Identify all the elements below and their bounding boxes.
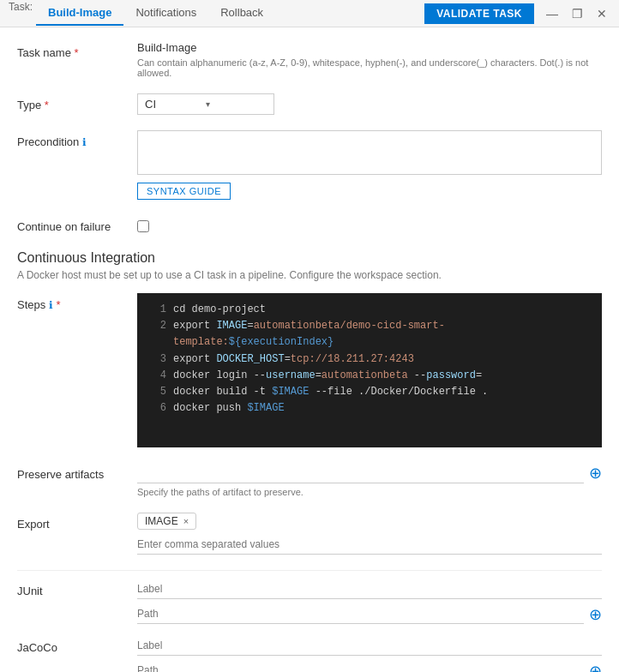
header: Task: Build-Image Notifications Rollback… bbox=[0, 0, 619, 27]
window-controls: — ❐ ✕ bbox=[543, 5, 610, 22]
code-line-2: 2 export IMAGE=automationbeta/demo-cicd-… bbox=[146, 318, 593, 351]
continue-on-failure-row: Continue on failure bbox=[17, 215, 602, 235]
precondition-info-icon[interactable]: ℹ bbox=[82, 136, 87, 148]
code-line-6: 6 docker push $IMAGE bbox=[146, 400, 593, 417]
task-name-value: Build-Image bbox=[137, 41, 602, 54]
preserve-artifacts-add-icon[interactable]: ⊕ bbox=[589, 464, 602, 483]
junit-label-input[interactable] bbox=[137, 579, 602, 599]
code-line-1: 1 cd demo-project bbox=[146, 302, 593, 318]
continue-on-failure-checkbox[interactable] bbox=[137, 220, 149, 232]
type-select-value: CI bbox=[145, 98, 206, 111]
task-name-field: Build-Image Can contain alphanumeric (a-… bbox=[137, 41, 602, 78]
tab-notifications[interactable]: Notifications bbox=[123, 1, 208, 26]
preserve-artifacts-label: Preserve artifacts bbox=[17, 463, 137, 481]
jacoco-label: JaCoCo bbox=[17, 636, 137, 654]
export-tag-close-icon[interactable]: × bbox=[183, 516, 189, 526]
junit-path-row: ⊕ bbox=[137, 604, 602, 624]
junit-row: JUnit ⊕ bbox=[17, 579, 602, 624]
jacoco-field: ⊕ bbox=[137, 636, 602, 672]
task-name-hint: Can contain alphanumeric (a-z, A-Z, 0-9)… bbox=[137, 57, 602, 78]
task-name-row: Task name * Build-Image Can contain alph… bbox=[17, 41, 602, 78]
jacoco-path-row: ⊕ bbox=[137, 661, 602, 672]
steps-label: Steps ℹ * bbox=[17, 293, 137, 311]
steps-info-icon[interactable]: ℹ bbox=[49, 299, 53, 311]
minimize-button[interactable]: — bbox=[543, 5, 562, 22]
divider-1 bbox=[17, 570, 602, 571]
type-select[interactable]: CI ▾ bbox=[137, 93, 274, 115]
type-field: CI ▾ bbox=[137, 93, 602, 115]
task-prefix-label: Task: bbox=[9, 1, 33, 26]
ci-section-subtext: A Docker host must be set up to use a CI… bbox=[17, 269, 602, 281]
jacoco-label-input[interactable] bbox=[137, 636, 602, 656]
steps-required: * bbox=[57, 298, 61, 311]
syntax-guide-button[interactable]: SYNTAX GUIDE bbox=[137, 183, 231, 200]
preserve-artifacts-input[interactable] bbox=[137, 463, 584, 483]
code-line-3: 3 export DOCKER_HOST=tcp://18.211.27:424… bbox=[146, 351, 593, 368]
jacoco-path-input[interactable] bbox=[137, 661, 584, 672]
preserve-artifacts-row: Preserve artifacts ⊕ Specify the paths o… bbox=[17, 463, 602, 497]
jacoco-row: JaCoCo ⊕ bbox=[17, 636, 602, 672]
export-field: IMAGE × bbox=[137, 513, 602, 555]
code-line-4: 4 docker login --username=automationbeta… bbox=[146, 368, 593, 384]
precondition-field: SYNTAX GUIDE bbox=[137, 130, 602, 200]
junit-field: ⊕ bbox=[137, 579, 602, 624]
task-name-label: Task name * bbox=[17, 41, 137, 59]
steps-field: 1 cd demo-project 2 export IMAGE=automat… bbox=[137, 293, 602, 447]
task-name-required: * bbox=[75, 46, 79, 59]
continue-on-failure-field bbox=[137, 215, 602, 235]
type-required: * bbox=[45, 99, 49, 111]
export-label: Export bbox=[17, 513, 137, 531]
preserve-artifacts-field: ⊕ Specify the paths of artifact to prese… bbox=[137, 463, 602, 497]
junit-add-icon[interactable]: ⊕ bbox=[589, 605, 602, 624]
junit-label: JUnit bbox=[17, 579, 137, 597]
code-line-5: 5 docker build -t $IMAGE --file ./Docker… bbox=[146, 384, 593, 400]
preserve-artifacts-hint: Specify the paths of artifact to preserv… bbox=[137, 487, 602, 497]
continue-on-failure-label: Continue on failure bbox=[17, 215, 137, 233]
junit-path-input[interactable] bbox=[137, 604, 584, 624]
main-content: Task name * Build-Image Can contain alph… bbox=[0, 27, 619, 672]
jacoco-add-icon[interactable]: ⊕ bbox=[589, 662, 602, 673]
steps-code-editor[interactable]: 1 cd demo-project 2 export IMAGE=automat… bbox=[137, 293, 602, 447]
ci-section-heading: Continuous Integration bbox=[17, 250, 602, 266]
artifact-input-row: ⊕ bbox=[137, 463, 602, 483]
tab-build-image[interactable]: Build-Image bbox=[36, 1, 123, 26]
export-tag-value: IMAGE bbox=[145, 515, 178, 527]
precondition-row: Precondition ℹ SYNTAX GUIDE bbox=[17, 130, 602, 200]
type-label: Type * bbox=[17, 93, 137, 111]
precondition-label: Precondition ℹ bbox=[17, 130, 137, 148]
restore-button[interactable]: ❐ bbox=[568, 5, 586, 22]
export-row: Export IMAGE × bbox=[17, 513, 602, 555]
dropdown-arrow-icon: ▾ bbox=[206, 99, 267, 109]
type-row: Type * CI ▾ bbox=[17, 93, 602, 115]
precondition-textarea[interactable] bbox=[137, 130, 602, 175]
steps-row: Steps ℹ * 1 cd demo-project 2 export IMA… bbox=[17, 293, 602, 447]
export-input[interactable] bbox=[137, 535, 602, 555]
export-tag: IMAGE × bbox=[137, 513, 196, 530]
tab-rollback[interactable]: Rollback bbox=[208, 1, 275, 26]
validate-task-button[interactable]: VALIDATE TASK bbox=[424, 3, 534, 24]
tab-bar: Task: Build-Image Notifications Rollback bbox=[9, 1, 424, 26]
close-button[interactable]: ✕ bbox=[593, 5, 610, 22]
